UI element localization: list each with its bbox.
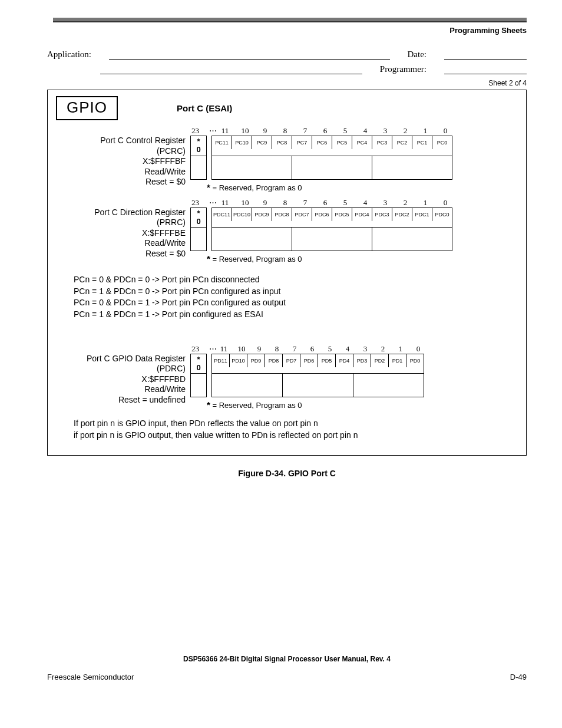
note-line: PCn = 0 & PDCn = 0 -> Port pin PCn disco… — [74, 274, 518, 286]
bit-cell: PD4 — [336, 354, 353, 367]
bitnum: ⋯ — [209, 198, 215, 207]
bitnum: 4 — [339, 344, 356, 354]
bit-cell: PD10 — [230, 354, 247, 367]
bitnum: 3 — [356, 344, 374, 354]
bit-cell: PDC10 — [232, 208, 252, 221]
bit-cell: PD9 — [247, 354, 265, 367]
note-line: PCn = 1 & PDCn = 1 -> Port pin configure… — [74, 309, 518, 321]
bitnum: 8 — [268, 344, 286, 354]
bitnum: 3 — [375, 126, 395, 136]
reg3-addr: X:$FFFFBD — [56, 374, 186, 385]
bitnum: 6 — [303, 344, 321, 354]
bitnum: 9 — [255, 126, 275, 136]
bit-cell: PDC9 — [252, 208, 272, 221]
reserved-star: * — [191, 209, 206, 218]
bitnum: 10 — [235, 126, 255, 136]
bitnum: 23 — [191, 126, 209, 136]
bitnum: 0 — [435, 126, 455, 136]
reserved-zero: 0 — [191, 146, 206, 154]
bit-cell: PDC4 — [352, 208, 372, 221]
bit-cell: PC1 — [412, 136, 432, 149]
reserved-text: = Reserved, Program as 0 — [210, 255, 302, 263]
bitnum: 4 — [355, 198, 375, 207]
bitnum: 6 — [315, 126, 335, 136]
bitnum: 10 — [235, 198, 255, 207]
reg2-rw: Read/Write — [56, 238, 186, 249]
note-line: If port pin n is GPIO input, then PDn re… — [74, 418, 518, 430]
figure-caption: Figure D-34. GPIO Port C — [47, 469, 527, 478]
footer-left: Freescale Semiconductor — [47, 673, 134, 681]
config-notes: PCn = 0 & PDCn = 0 -> Port pin PCn disco… — [74, 274, 518, 320]
bit-cell: PC10 — [232, 136, 252, 149]
reg3-rw: Read/Write — [56, 384, 186, 395]
bitnum: 9 — [255, 198, 275, 207]
bit-cell: PDC2 — [392, 208, 412, 221]
reg1-name: Port C Control Register — [56, 136, 186, 146]
gpio-title: GPIO — [56, 96, 118, 120]
bitnum: 7 — [286, 344, 303, 354]
reg2-addr: X:$FFFFBE — [56, 228, 186, 239]
register-pdrc: Port C GPIO Data Register (PDRC) X:$FFFF… — [56, 344, 518, 410]
bitnum: 0 — [409, 344, 427, 354]
bit-cell: PD11 — [212, 354, 230, 367]
bitnum: 3 — [375, 198, 395, 207]
reg1-short: (PCRC) — [56, 146, 186, 157]
date-line — [444, 51, 527, 60]
bitnum: 1 — [415, 198, 435, 207]
bit-cell: PD5 — [318, 354, 336, 367]
reg3-short: (PDRC) — [56, 364, 186, 374]
application-line2 — [100, 65, 362, 74]
note-line: PCn = 0 & PDCn = 1 -> Port pin PCn confi… — [74, 297, 518, 309]
bit-cell: PD2 — [371, 354, 389, 367]
bitnum: 11 — [215, 126, 235, 136]
bitnum: 5 — [321, 344, 339, 354]
bit-cell: PC5 — [332, 136, 352, 149]
bit-cell: PDC0 — [432, 208, 452, 221]
gpio-notes: If port pin n is GPIO input, then PDn re… — [74, 418, 518, 441]
reg2-reset: Reset = $0 — [56, 249, 186, 259]
reg1-addr: X:$FFFFBF — [56, 156, 186, 167]
register-pcrc: Port C Control Register (PCRC) X:$FFFFBF… — [56, 126, 518, 192]
reserved-zero: 0 — [191, 364, 206, 372]
bitnum: 7 — [295, 198, 315, 207]
reserved-star: * — [191, 355, 206, 364]
bitnum: 1 — [415, 126, 435, 136]
port-title: Port C (ESAI) — [177, 103, 232, 113]
reg2-short: (PRRC) — [56, 218, 186, 228]
bitnum: 2 — [395, 126, 415, 136]
bit-cell: PC2 — [392, 136, 412, 149]
bit-cell: PC11 — [212, 136, 232, 149]
bit-cell: PD0 — [406, 354, 424, 367]
reserved-zero: 0 — [191, 218, 206, 226]
bitnum: 2 — [374, 344, 392, 354]
bit-cell: PDC1 — [412, 208, 432, 221]
bit-cell: PDC11 — [212, 208, 232, 221]
reg1-reset: Reset = $0 — [56, 177, 186, 187]
application-label: Application: — [47, 50, 91, 60]
bit-cell: PDC6 — [312, 208, 332, 221]
bit-cell: PDC5 — [332, 208, 352, 221]
section-header: Programming Sheets — [47, 26, 527, 35]
bitnum: 8 — [275, 126, 295, 136]
programmer-line — [444, 65, 527, 74]
bitnum: 23 — [191, 344, 209, 354]
footer-manual: DSP56366 24-Bit Digital Signal Processor… — [47, 655, 527, 663]
bitnum: 23 — [191, 198, 209, 207]
bit-cell: PDC3 — [372, 208, 392, 221]
reg1-rw: Read/Write — [56, 167, 186, 177]
footer-right: D-49 — [510, 673, 527, 681]
bit-cell: PD7 — [283, 354, 300, 367]
reg2-name: Port C Direction Register — [56, 207, 186, 218]
bitnum: 2 — [395, 198, 415, 207]
bitnum: 5 — [335, 126, 355, 136]
application-line — [109, 51, 390, 60]
bit-cell: PDC8 — [272, 208, 292, 221]
bitnum: 10 — [233, 344, 250, 354]
bit-cell: PC0 — [432, 136, 452, 149]
bit-cell: PD8 — [265, 354, 283, 367]
bit-cell: PC9 — [252, 136, 272, 149]
bitnum: ⋯ — [209, 126, 215, 136]
bit-cell: PC3 — [372, 136, 392, 149]
bitnum: 1 — [392, 344, 409, 354]
reg3-reset: Reset = undefined — [56, 395, 186, 406]
